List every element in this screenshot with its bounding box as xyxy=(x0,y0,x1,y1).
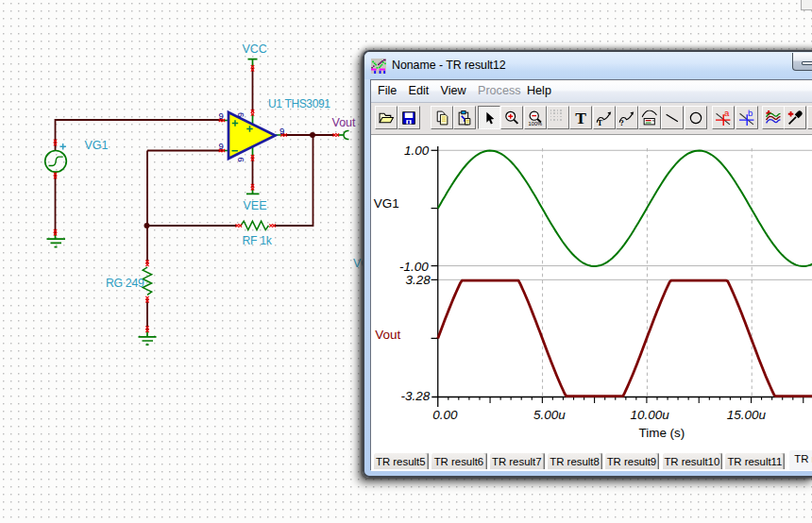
svg-text:T: T xyxy=(575,110,586,126)
svg-text:5.00u: 5.00u xyxy=(533,408,566,422)
svg-text:a: a xyxy=(724,110,730,118)
svg-text:VG1: VG1 xyxy=(373,196,398,211)
svg-text:3.28: 3.28 xyxy=(405,273,431,287)
svg-text:U1 THS3091: U1 THS3091 xyxy=(268,97,330,110)
svg-text:-3.28: -3.28 xyxy=(400,389,430,403)
svg-text:VG1: VG1 xyxy=(85,139,109,152)
svg-text:9: 9 xyxy=(235,112,245,117)
svg-text:b: b xyxy=(748,110,753,118)
svg-text:15.00u: 15.00u xyxy=(726,408,766,422)
svg-text:0.00: 0.00 xyxy=(432,408,458,422)
svg-text:?: ? xyxy=(619,117,623,126)
svg-text:10.00u: 10.00u xyxy=(630,408,669,422)
svg-text:T: T xyxy=(597,117,602,126)
svg-text:9: 9 xyxy=(279,126,284,136)
svg-text:9: 9 xyxy=(235,158,245,162)
svg-text:Vout: Vout xyxy=(332,116,357,129)
svg-text:-1.00: -1.00 xyxy=(399,260,429,274)
svg-text:9: 9 xyxy=(219,110,224,121)
svg-text:Vout: Vout xyxy=(375,328,400,342)
svg-text:VCC: VCC xyxy=(243,42,267,56)
svg-text:RF 1k: RF 1k xyxy=(243,234,273,247)
svg-text:RG 249: RG 249 xyxy=(106,277,144,290)
svg-text:9: 9 xyxy=(219,141,224,151)
svg-text:1.00: 1.00 xyxy=(404,143,430,158)
svg-text:VEE: VEE xyxy=(244,199,267,212)
svg-text:Time (s): Time (s) xyxy=(638,426,685,440)
svg-text:100%: 100% xyxy=(528,120,542,126)
